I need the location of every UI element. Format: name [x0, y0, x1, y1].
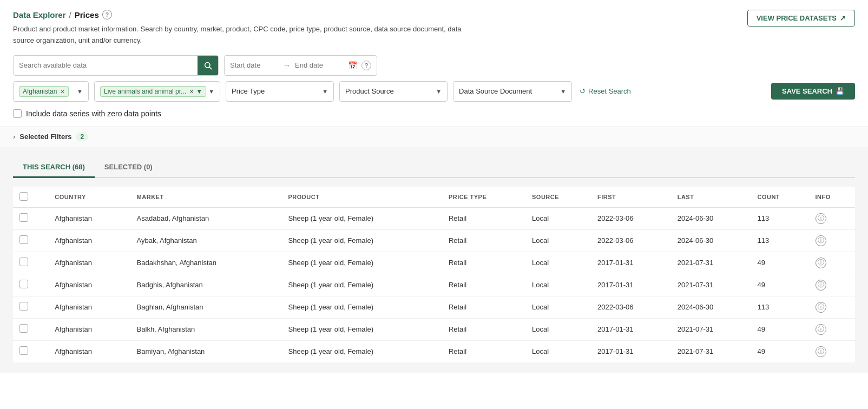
price-type-filter[interactable]: Price Type ▼: [226, 81, 334, 102]
date-help-icon[interactable]: ?: [361, 61, 371, 70]
row-market: Baghlan, Afghanistan: [130, 296, 282, 318]
info-icon-3[interactable]: ⓘ: [816, 280, 826, 291]
data-source-doc-filter[interactable]: Data Source Document ▼: [453, 81, 572, 102]
row-info: ⓘ: [809, 296, 855, 318]
col-product: PRODUCT: [282, 187, 442, 208]
table-row: Afghanistan Baghlan, Afghanistan Sheep (…: [13, 296, 855, 318]
breadcrumb: Data Explorer / Prices ?: [13, 10, 855, 19]
row-country: Afghanistan: [48, 274, 130, 296]
tab-this-search[interactable]: THIS SEARCH (68): [13, 157, 95, 178]
search-controls: → 📅 ? Afghanistan × ▼ Live animals and a…: [0, 55, 868, 127]
search-button[interactable]: [198, 55, 218, 76]
info-icon-6[interactable]: ⓘ: [816, 346, 826, 357]
row-checkbox-5[interactable]: [19, 324, 28, 333]
row-checkbox-cell: [13, 207, 48, 229]
tab-selected[interactable]: SELECTED (0): [95, 157, 162, 178]
start-date-input[interactable]: [230, 61, 279, 69]
help-icon[interactable]: ?: [102, 10, 112, 19]
product-source-filter[interactable]: Product Source ▼: [339, 81, 448, 102]
country-tag: Afghanistan ×: [19, 86, 69, 97]
calendar-icon[interactable]: 📅: [348, 61, 357, 70]
price-type-label: Price Type: [232, 87, 265, 95]
row-source: Local: [525, 252, 591, 274]
row-country: Afghanistan: [48, 318, 130, 340]
view-datasets-label: VIEW PRICE DATASETS: [757, 14, 837, 22]
col-last: LAST: [671, 187, 751, 208]
row-checkbox-cell: [13, 229, 48, 252]
breadcrumb-link[interactable]: Data Explorer: [13, 10, 66, 19]
row-checkbox-cell: [13, 296, 48, 318]
zero-points-checkbox[interactable]: [13, 109, 22, 118]
row-last: 2024-06-30: [671, 296, 751, 318]
breadcrumb-separator: /: [69, 10, 71, 19]
product-expand-icon[interactable]: ▼: [196, 88, 202, 95]
row-country: Afghanistan: [48, 252, 130, 274]
row-market: Asadabad, Afghanistan: [130, 207, 282, 229]
end-date-input[interactable]: [295, 61, 344, 69]
row-country: Afghanistan: [48, 340, 130, 362]
row-count: 113: [751, 229, 808, 252]
row-product: Sheep (1 year old, Female): [282, 274, 442, 296]
row-price-type: Retail: [442, 229, 525, 252]
info-icon-0[interactable]: ⓘ: [816, 213, 826, 224]
search-input[interactable]: [14, 56, 198, 75]
row-checkbox-cell: [13, 318, 48, 340]
row-checkbox-cell: [13, 340, 48, 362]
row-product: Sheep (1 year old, Female): [282, 296, 442, 318]
table-body: Afghanistan Asadabad, Afghanistan Sheep …: [13, 207, 855, 362]
row-count: 49: [751, 318, 808, 340]
row-last: 2024-06-30: [671, 229, 751, 252]
col-source: SOURCE: [525, 187, 591, 208]
row-count: 113: [751, 296, 808, 318]
save-icon: 💾: [836, 87, 844, 95]
table-row: Afghanistan Badghis, Afghanistan Sheep (…: [13, 274, 855, 296]
zero-points-label: Include data series with zero data point…: [26, 109, 161, 118]
row-last: 2024-06-30: [671, 207, 751, 229]
reset-label: Reset Search: [588, 87, 631, 95]
info-icon-2[interactable]: ⓘ: [816, 258, 826, 268]
row-count: 49: [751, 252, 808, 274]
main-content: THIS SEARCH (68) SELECTED (0) COUNTRY MA…: [0, 147, 868, 373]
row-checkbox-6[interactable]: [19, 346, 28, 355]
col-count: COUNT: [751, 187, 808, 208]
reset-search-button[interactable]: ↺ Reset Search: [580, 87, 631, 95]
selected-filters-bar: › Selected Filters 2: [0, 127, 868, 147]
row-first: 2022-03-06: [591, 229, 671, 252]
product-dropdown-arrow: ▼: [208, 88, 214, 95]
reset-icon: ↺: [580, 87, 586, 95]
col-price-type: PRICE TYPE: [442, 187, 525, 208]
selected-filters-chevron[interactable]: ›: [13, 133, 15, 141]
product-filter[interactable]: Live animals and animal pr... × ▼ ▼: [94, 81, 220, 102]
row-last: 2021-07-31: [671, 340, 751, 362]
info-icon-4[interactable]: ⓘ: [816, 302, 826, 313]
row-checkbox-1[interactable]: [19, 235, 28, 244]
row-first: 2022-03-06: [591, 207, 671, 229]
row-checkbox-4[interactable]: [19, 302, 28, 311]
info-icon-5[interactable]: ⓘ: [816, 324, 826, 335]
row-country: Afghanistan: [48, 229, 130, 252]
row-source: Local: [525, 340, 591, 362]
select-all-checkbox[interactable]: [19, 192, 28, 201]
country-filter[interactable]: Afghanistan × ▼: [13, 81, 89, 102]
country-tag-remove[interactable]: ×: [60, 87, 64, 96]
row-checkbox-3[interactable]: [19, 280, 28, 288]
row-source: Local: [525, 229, 591, 252]
product-tag-remove[interactable]: ×: [189, 87, 194, 96]
row-checkbox-0[interactable]: [19, 213, 28, 222]
row-price-type: Retail: [442, 252, 525, 274]
row-checkbox-2[interactable]: [19, 258, 28, 266]
product-tag: Live animals and animal pr... × ▼: [100, 86, 206, 97]
info-icon-1[interactable]: ⓘ: [816, 235, 826, 246]
view-price-datasets-button[interactable]: VIEW PRICE DATASETS ↗: [747, 10, 855, 27]
row-first: 2017-01-31: [591, 252, 671, 274]
page-description: Product and product market information. …: [13, 24, 478, 47]
zero-points-row: Include data series with zero data point…: [13, 107, 855, 120]
product-source-label: Product Source: [345, 87, 394, 95]
row-country: Afghanistan: [48, 296, 130, 318]
row-product: Sheep (1 year old, Female): [282, 207, 442, 229]
row-product: Sheep (1 year old, Female): [282, 340, 442, 362]
filter-row: Afghanistan × ▼ Live animals and animal …: [13, 81, 855, 102]
save-search-button[interactable]: SAVE SEARCH 💾: [771, 83, 855, 100]
row-product: Sheep (1 year old, Female): [282, 252, 442, 274]
row-first: 2017-01-31: [591, 318, 671, 340]
